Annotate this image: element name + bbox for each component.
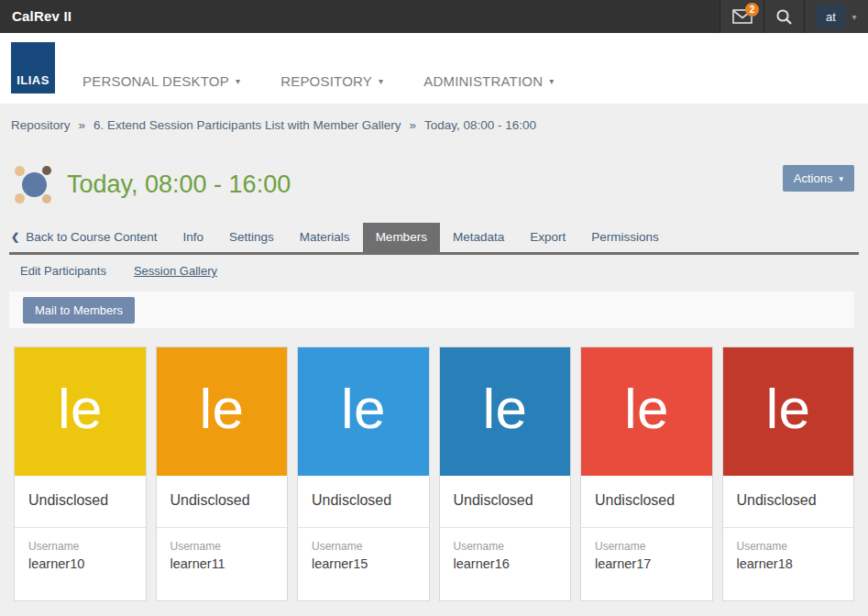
username-value: learner11 bbox=[170, 556, 274, 571]
breadcrumb-course[interactable]: 6. Extend Session Participants List with… bbox=[93, 118, 401, 132]
username-value: learner10 bbox=[28, 556, 132, 571]
member-avatar: le bbox=[298, 347, 429, 476]
mail-button[interactable]: 2 bbox=[720, 0, 764, 33]
username-value: learner18 bbox=[737, 556, 841, 571]
tab-settings[interactable]: Settings bbox=[216, 223, 287, 252]
username-value: learner15 bbox=[312, 556, 415, 571]
member-avatar: le bbox=[157, 347, 288, 476]
breadcrumb: Repository»6. Extend Session Participant… bbox=[0, 104, 868, 143]
username-label: Username bbox=[28, 540, 132, 553]
member-card: le Undisclosed Username learner10 bbox=[14, 346, 147, 601]
tab-materials[interactable]: Materials bbox=[287, 223, 363, 252]
member-username-section: Username learner18 bbox=[723, 528, 854, 600]
username-label: Username bbox=[737, 540, 841, 553]
member-gallery: le Undisclosed Username learner10 le Und… bbox=[0, 328, 868, 601]
main-header: ILIAS PERSONAL DESKTOP ▾ REPOSITORY ▾ AD… bbox=[0, 33, 868, 104]
tab-back-to-course-content[interactable]: ❮ Back to Course Content bbox=[9, 223, 170, 252]
ilias-logo[interactable]: ILIAS bbox=[11, 42, 55, 94]
member-card: le Undisclosed Username learner18 bbox=[722, 346, 855, 601]
member-username-section: Username learner15 bbox=[298, 528, 429, 600]
tab-metadata[interactable]: Metadata bbox=[440, 223, 517, 252]
member-card: le Undisclosed Username learner16 bbox=[439, 346, 572, 601]
breadcrumb-session[interactable]: Today, 08:00 - 16:00 bbox=[424, 118, 536, 132]
tab-export[interactable]: Export bbox=[517, 223, 578, 252]
chevron-down-icon: ▾ bbox=[549, 76, 554, 86]
mail-to-members-button[interactable]: Mail to Members bbox=[23, 297, 135, 324]
nav-repository[interactable]: REPOSITORY ▾ bbox=[280, 73, 383, 89]
topbar-actions: 2 at ▾ bbox=[720, 0, 868, 33]
member-username-section: Username learner16 bbox=[440, 528, 571, 600]
member-username-section: Username learner10 bbox=[15, 528, 146, 600]
tab-bar: ❮ Back to Course Content Info Settings M… bbox=[9, 223, 859, 255]
actions-button[interactable]: Actions ▾ bbox=[783, 165, 854, 192]
username-label: Username bbox=[454, 540, 557, 553]
chevron-down-icon: ▾ bbox=[852, 12, 856, 22]
member-name: Undisclosed bbox=[157, 476, 288, 528]
username-label: Username bbox=[595, 540, 698, 553]
subtab-edit-participants[interactable]: Edit Participants bbox=[20, 264, 106, 278]
chevron-down-icon: ▾ bbox=[839, 174, 843, 183]
nav-personal-desktop[interactable]: PERSONAL DESKTOP ▾ bbox=[82, 73, 240, 89]
member-avatar: le bbox=[15, 347, 146, 476]
user-initials: at bbox=[816, 5, 845, 28]
main-navigation: PERSONAL DESKTOP ▾ REPOSITORY ▾ ADMINIST… bbox=[82, 73, 554, 89]
member-name: Undisclosed bbox=[298, 476, 429, 528]
tab-members[interactable]: Members bbox=[363, 223, 440, 252]
username-value: learner16 bbox=[454, 556, 557, 571]
mail-count-badge: 2 bbox=[745, 3, 759, 16]
member-avatar: le bbox=[723, 347, 854, 476]
subtab-session-gallery[interactable]: Session Gallery bbox=[134, 264, 217, 278]
username-label: Username bbox=[312, 540, 415, 553]
nav-administration[interactable]: ADMINISTRATION ▾ bbox=[423, 73, 554, 89]
member-name: Undisclosed bbox=[15, 476, 146, 528]
username-value: learner17 bbox=[595, 556, 698, 571]
member-name: Undisclosed bbox=[581, 476, 712, 528]
chevron-down-icon: ▾ bbox=[236, 76, 240, 86]
magnifier-icon bbox=[775, 8, 793, 26]
member-avatar: le bbox=[440, 347, 571, 476]
member-card: le Undisclosed Username learner15 bbox=[297, 346, 430, 601]
chevron-left-icon: ❮ bbox=[11, 231, 19, 243]
chevron-down-icon: ▾ bbox=[379, 76, 383, 86]
toolbar: Mail to Members bbox=[9, 292, 854, 328]
page-title: Today, 08:00 - 16:00 bbox=[67, 170, 291, 199]
topbar: CalRev II 2 at ▾ bbox=[0, 0, 868, 33]
breadcrumb-separator: » bbox=[79, 118, 86, 132]
tab-info[interactable]: Info bbox=[170, 223, 217, 252]
user-menu-button[interactable]: at ▾ bbox=[804, 0, 868, 33]
tab-permissions[interactable]: Permissions bbox=[578, 223, 672, 252]
username-label: Username bbox=[170, 540, 274, 553]
subtab-bar: Edit Participants Session Gallery bbox=[0, 255, 868, 289]
member-name: Undisclosed bbox=[440, 476, 571, 528]
title-row: Today, 08:00 - 16:00 Actions ▾ bbox=[0, 143, 868, 223]
member-card: le Undisclosed Username learner17 bbox=[580, 346, 713, 601]
member-username-section: Username learner11 bbox=[157, 528, 288, 600]
session-icon bbox=[14, 166, 54, 204]
search-button[interactable] bbox=[764, 0, 804, 33]
breadcrumb-separator: » bbox=[409, 118, 416, 132]
member-avatar: le bbox=[581, 347, 712, 476]
app-title: CalRev II bbox=[0, 0, 720, 33]
member-card: le Undisclosed Username learner11 bbox=[156, 346, 289, 601]
member-name: Undisclosed bbox=[723, 476, 854, 528]
breadcrumb-repository[interactable]: Repository bbox=[11, 118, 71, 132]
member-username-section: Username learner17 bbox=[581, 528, 712, 600]
